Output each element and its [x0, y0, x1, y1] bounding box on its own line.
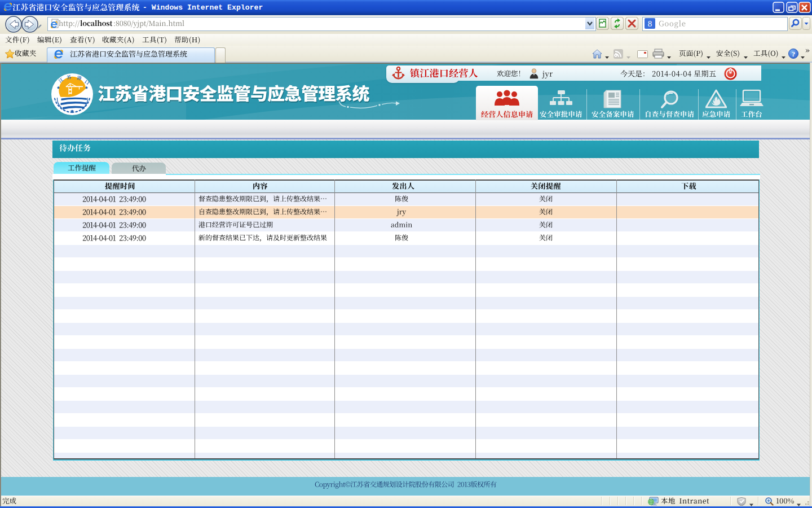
svg-text:?: ? — [792, 50, 796, 58]
svg-text:8: 8 — [648, 19, 652, 28]
